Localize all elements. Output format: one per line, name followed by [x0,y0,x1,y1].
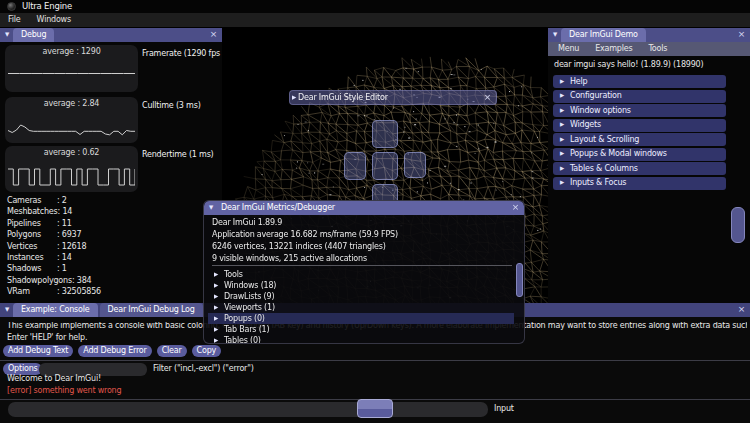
command-input-label: Input [494,405,514,413]
plot-overlay-text: average : 1290 [5,48,138,56]
log-line-welcome: Welcome to Dear ImGui! [7,375,101,383]
collapsed-arrow-icon: ▶ [212,316,220,322]
section-inputs-focus[interactable]: ▶Inputs & Focus [553,177,726,190]
tree-node-windows[interactable]: ▶Windows (18) [208,280,514,291]
collapsed-arrow-icon: ▶ [558,122,566,128]
culltime-label: Culltime (3 ms) [142,102,201,110]
collapsed-arrow-icon: ▶ [558,151,566,157]
collapsed-arrow-icon: ▶ [212,272,220,278]
tab-debug-log[interactable]: Dear ImGui Debug Log [100,303,203,317]
demo-titlebar: ▼ Dear ImGui Demo × [548,28,750,42]
vertical-scrollbar-thumb[interactable] [516,263,523,297]
plot-overlay-text: average : 0.62 [5,149,138,157]
render-stats: Cameras: 2 Meshbatches: 14 Pipelines: 11… [7,197,101,300]
collapsed-arrow-icon: ▶ [558,108,566,114]
menu-item-windows[interactable]: Windows [29,13,79,27]
section-popups-modal[interactable]: ▶Popups & Modal windows [553,148,726,161]
collapsed-arrow-icon: ▶ [558,166,566,172]
metrics-average-line: Application average 16.682 ms/frame (59.… [212,231,398,239]
collapse-arrow-icon[interactable]: ▼ [3,32,11,38]
collapsed-arrow-icon: ▶ [558,93,566,99]
metrics-title: Dear ImGui Metrics/Debugger [221,204,335,212]
collapse-arrow-icon[interactable]: ▼ [3,307,11,313]
tree-node-tools[interactable]: ▶Tools [208,269,514,280]
style-editor-title: Dear ImGui Style Editor [298,94,388,102]
app-menubar: File Windows [0,13,750,27]
filter-hint-label: Filter ("incl,-excl") ("error") [153,365,254,373]
metrics-version-line: Dear ImGui 1.89.9 [212,219,282,227]
collapse-arrow-icon[interactable]: ▼ [207,205,215,211]
os-window-title: Ultra Engine [22,2,72,11]
demo-menu-tools[interactable]: Tools [640,42,675,56]
collapsed-arrow-icon: ▶ [212,305,220,311]
collapse-arrow-icon[interactable]: ▼ [551,32,559,38]
window-metrics-debugger: ▼ Dear ImGui Metrics/Debugger × Dear ImG… [203,200,525,344]
stat-row: VRam: 32505856 [7,288,101,299]
demo-sections: ▶Help ▶Configuration ▶Window options ▶Wi… [553,75,726,191]
app-logo-icon [7,2,16,11]
close-icon[interactable]: × [512,203,519,212]
add-debug-text-button[interactable]: Add Debug Text [3,345,73,357]
section-help[interactable]: ▶Help [553,75,726,88]
vertical-scrollbar-thumb[interactable] [731,207,745,243]
transparent-widget-button[interactable] [372,120,398,148]
os-titlebar[interactable]: Ultra Engine [0,0,750,13]
window-style-editor-collapsed[interactable]: ▶ Dear ImGui Style Editor × [289,90,497,105]
rendertime-label: Rendertime (1 ms) [142,151,214,159]
close-icon[interactable]: × [738,305,745,314]
expand-arrow-icon[interactable]: ▶ [290,95,298,101]
close-icon[interactable]: × [738,30,745,39]
close-icon[interactable]: × [484,93,491,102]
demo-menubar: Menu Examples Tools [548,42,750,56]
metrics-vertices-line: 6246 vertices, 13221 indices (4407 trian… [212,243,386,251]
menu-item-file[interactable]: File [0,13,29,27]
debug-titlebar: ▼ Debug × [0,28,222,42]
demo-menu-examples[interactable]: Examples [587,42,640,56]
window-imgui-demo: ▼ Dear ImGui Demo × Menu Examples Tools … [548,28,750,303]
copy-button[interactable]: Copy [192,345,222,357]
transparent-widget-button[interactable] [344,152,366,180]
culltime-sparkline [8,112,135,139]
tree-node-viewports[interactable]: ▶Viewports (1) [208,302,514,313]
console-help-line: Enter 'HELP' for help. [7,334,87,342]
close-icon[interactable]: × [210,30,217,39]
stat-row: Polygons: 6937 [7,231,101,242]
tree-node-tables[interactable]: ▶Tables (0) [208,335,514,344]
transparent-widget-button[interactable] [404,152,426,178]
section-window-options[interactable]: ▶Window options [553,104,726,117]
console-buttons: Add Debug Text Add Debug Error Clear Cop… [3,345,221,357]
framerate-sparkline [8,60,135,87]
log-line-error: [error] something went wrong [7,387,121,395]
tree-node-popups[interactable]: ▶Popups (0) [208,313,514,324]
separator [0,360,750,361]
section-tables-columns[interactable]: ▶Tables & Columns [553,162,726,175]
command-input[interactable] [8,402,488,417]
framerate-plot: average : 1290 [5,45,138,92]
window-debug: ▼ Debug × average : 1290 Framerate (1290… [0,28,222,303]
collapsed-arrow-icon: ▶ [212,327,220,333]
separator [212,265,512,266]
demo-menu-menu[interactable]: Menu [550,42,587,56]
transparent-widget-button[interactable] [372,152,398,180]
tree-node-tab-bars[interactable]: ▶Tab Bars (1) [208,324,514,335]
collapsed-arrow-icon: ▶ [212,338,220,344]
tab-imgui-demo[interactable]: Dear ImGui Demo [561,28,646,42]
rendertime-plot: average : 0.62 [5,146,138,192]
scrollbar-grab[interactable] [357,399,393,418]
demo-greeting: dear imgui says hello! (1.89.9) (18990) [554,61,703,69]
collapsed-arrow-icon: ▶ [212,294,220,300]
section-configuration[interactable]: ▶Configuration [553,90,726,103]
add-debug-error-button[interactable]: Add Debug Error [78,345,151,357]
clear-button[interactable]: Clear [157,345,187,357]
tree-node-drawlists[interactable]: ▶DrawLists (9) [208,291,514,302]
app-window: Ultra Engine File Windows ▶ Dear ImGui S… [0,0,750,423]
section-layout-scrolling[interactable]: ▶Layout & Scrolling [553,133,726,146]
plot-overlay-text: average : 2.84 [5,100,138,108]
tab-debug[interactable]: Debug [13,28,54,42]
metrics-titlebar[interactable]: ▼ Dear ImGui Metrics/Debugger × [204,201,524,215]
rendertime-sparkline [8,161,135,188]
section-widgets[interactable]: ▶Widgets [553,119,726,132]
collapsed-arrow-icon: ▶ [558,79,566,85]
collapsed-arrow-icon: ▶ [558,137,566,143]
tab-example-console[interactable]: Example: Console [13,303,98,317]
